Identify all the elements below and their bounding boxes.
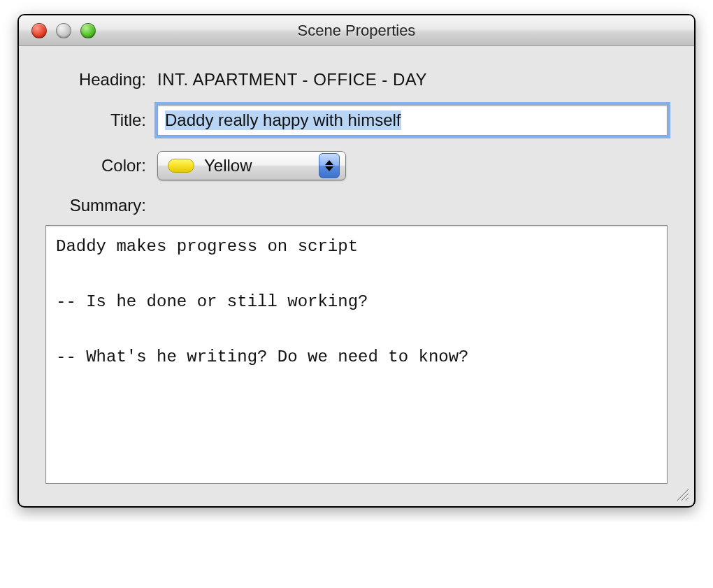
heading-label: Heading: <box>45 70 157 89</box>
summary-textarea[interactable] <box>45 225 668 484</box>
title-input[interactable] <box>157 105 668 136</box>
close-icon[interactable] <box>31 23 47 38</box>
color-select[interactable]: Yellow <box>157 151 346 180</box>
color-swatch-icon <box>168 159 194 173</box>
content-area: Heading: INT. APARTMENT - OFFICE - DAY T… <box>19 46 694 506</box>
traffic-lights <box>31 23 96 38</box>
zoom-icon[interactable] <box>80 23 96 38</box>
titlebar[interactable]: Scene Properties <box>19 15 694 46</box>
scene-properties-window: Scene Properties Heading: INT. APARTMENT… <box>17 14 696 508</box>
summary-label: Summary: <box>45 196 157 215</box>
color-label: Color: <box>45 156 157 175</box>
minimize-icon[interactable] <box>56 23 71 38</box>
title-row: Title: <box>45 105 668 136</box>
summary-label-row: Summary: <box>45 196 668 215</box>
color-row: Color: Yellow <box>45 151 668 180</box>
window-title: Scene Properties <box>19 22 694 40</box>
resize-grip-icon[interactable] <box>675 487 690 502</box>
heading-row: Heading: INT. APARTMENT - OFFICE - DAY <box>45 70 668 89</box>
title-label: Title: <box>45 110 157 130</box>
heading-value: INT. APARTMENT - OFFICE - DAY <box>157 70 427 89</box>
color-selected-label: Yellow <box>204 156 252 175</box>
updown-arrows-icon <box>319 153 340 178</box>
